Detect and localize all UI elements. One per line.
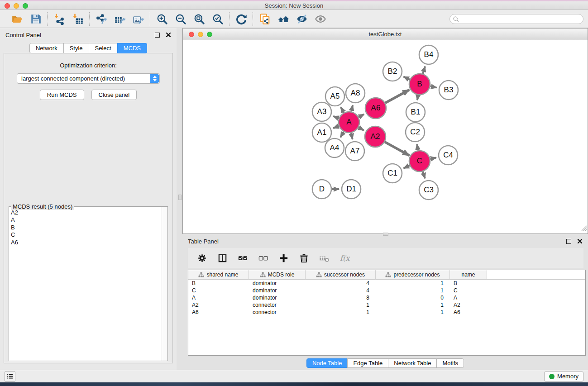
- edge-A-A1[interactable]: [333, 126, 339, 129]
- run-mcds-button[interactable]: Run MCDS: [40, 90, 84, 100]
- edge-A-A5[interactable]: [341, 107, 344, 113]
- edge-A-A2[interactable]: [359, 128, 364, 130]
- column-header-successor-nodes[interactable]: successor nodes: [306, 270, 376, 280]
- edge-B-B4[interactable]: [423, 67, 425, 74]
- tab-node-table[interactable]: Node Table: [306, 358, 348, 368]
- column-header-predecessor-nodes[interactable]: predecessor nodes: [376, 270, 450, 280]
- network-maximize-icon[interactable]: [207, 32, 212, 37]
- network-close-icon[interactable]: [189, 32, 194, 37]
- tab-mcds[interactable]: MCDS: [117, 43, 147, 53]
- tab-edge-table[interactable]: Edge Table: [347, 358, 388, 368]
- node-D[interactable]: D: [312, 180, 331, 199]
- node-C3[interactable]: C3: [419, 181, 438, 200]
- delete-row-icon[interactable]: [298, 253, 309, 263]
- node-A6[interactable]: A6: [365, 98, 386, 119]
- column-header-MCDS-role[interactable]: MCDS role: [249, 270, 306, 280]
- edge-C-C4[interactable]: [430, 158, 436, 159]
- network-minimize-icon[interactable]: [198, 32, 203, 37]
- node-B3[interactable]: B3: [439, 81, 458, 100]
- tab-select[interactable]: Select: [89, 43, 118, 53]
- task-history-button[interactable]: [5, 371, 15, 382]
- maximize-window-icon[interactable]: [23, 3, 28, 9]
- result-item[interactable]: C: [11, 231, 162, 238]
- node-C4[interactable]: C4: [439, 146, 458, 165]
- zoom-in-icon[interactable]: [156, 13, 168, 25]
- add-row-icon[interactable]: [278, 253, 289, 263]
- columns-icon[interactable]: [217, 253, 228, 263]
- open-file-icon[interactable]: [11, 13, 23, 25]
- table-row[interactable]: Cdominator41C: [188, 287, 585, 294]
- select-all-icon[interactable]: [237, 253, 248, 263]
- table-row[interactable]: Bdominator41B: [188, 280, 585, 287]
- node-A3[interactable]: A3: [312, 102, 331, 121]
- float-panel-icon[interactable]: [155, 33, 160, 38]
- settings-icon[interactable]: [196, 253, 207, 263]
- node-A8[interactable]: A8: [346, 84, 365, 103]
- zoom-fit-icon[interactable]: [193, 13, 205, 25]
- node-B1[interactable]: B1: [406, 103, 425, 122]
- table-row[interactable]: A2connector11A2: [188, 301, 585, 309]
- tab-network[interactable]: Network: [29, 43, 64, 53]
- edge-A6-B[interactable]: [385, 90, 409, 103]
- save-icon[interactable]: [29, 13, 42, 25]
- edge-A-A8[interactable]: [351, 105, 353, 111]
- zoom-out-icon[interactable]: [174, 13, 186, 25]
- node-B2[interactable]: B2: [383, 62, 402, 81]
- refresh-icon[interactable]: [235, 13, 247, 25]
- minimize-window-icon[interactable]: [14, 3, 19, 9]
- edge-A-A4[interactable]: [340, 132, 344, 138]
- search-input[interactable]: [459, 15, 583, 23]
- tab-style[interactable]: Style: [63, 43, 89, 53]
- result-item[interactable]: B: [11, 224, 162, 231]
- search-box[interactable]: [449, 14, 583, 24]
- node-A4[interactable]: A4: [325, 138, 344, 157]
- tab-network-table[interactable]: Network Table: [388, 358, 437, 368]
- close-window-icon[interactable]: [5, 3, 10, 9]
- network-canvas[interactable]: B4B2BB3A5A8A6B1A3AA1C2A4A7A2C4CC1C3DD1: [183, 41, 588, 234]
- resize-grip-icon[interactable]: [581, 225, 587, 233]
- import-network-icon[interactable]: [53, 13, 65, 25]
- edge-A-A6[interactable]: [359, 114, 364, 117]
- edge-C-C2[interactable]: [417, 144, 418, 151]
- clone-network-icon[interactable]: [258, 13, 271, 25]
- node-C2[interactable]: C2: [406, 123, 425, 142]
- first-neighbors-icon[interactable]: [277, 13, 289, 25]
- result-item[interactable]: A6: [11, 239, 162, 246]
- node-A7[interactable]: A7: [345, 142, 364, 161]
- node-A1[interactable]: A1: [312, 123, 331, 142]
- table-row[interactable]: A6connector11A6: [188, 309, 585, 316]
- export-network-icon[interactable]: [95, 13, 107, 25]
- deselect-all-icon[interactable]: [258, 253, 268, 263]
- vertical-split-handle[interactable]: [178, 195, 182, 200]
- edge-B-B2[interactable]: [404, 76, 410, 80]
- result-scrollbar[interactable]: [162, 207, 167, 361]
- hide-selected-icon[interactable]: [296, 13, 308, 25]
- node-A2[interactable]: A2: [365, 126, 386, 147]
- node-C1[interactable]: C1: [383, 164, 402, 183]
- column-header-shared-name[interactable]: shared name: [188, 270, 249, 280]
- table-close-icon[interactable]: [577, 238, 583, 244]
- mcds-result-list[interactable]: A2ABCA6: [9, 208, 162, 361]
- node-C[interactable]: C: [409, 151, 430, 172]
- node-A5[interactable]: A5: [325, 87, 344, 106]
- edge-C-C3[interactable]: [423, 172, 425, 178]
- close-panel-icon[interactable]: [166, 32, 171, 38]
- node-B4[interactable]: B4: [419, 45, 438, 64]
- import-table-icon[interactable]: [72, 13, 84, 25]
- criterion-dropdown[interactable]: largest connected component (directed): [17, 73, 160, 84]
- edge-C-C1[interactable]: [404, 166, 410, 168]
- node-D1[interactable]: D1: [342, 180, 361, 199]
- edge-A2-C[interactable]: [385, 142, 409, 156]
- tab-motifs[interactable]: Motifs: [436, 358, 464, 368]
- edge-B-B1[interactable]: [417, 95, 418, 100]
- result-item[interactable]: A: [11, 216, 162, 224]
- table-float-icon[interactable]: [566, 239, 571, 244]
- export-table-icon[interactable]: [114, 13, 126, 25]
- edge-B-B3[interactable]: [430, 86, 437, 88]
- export-image-icon[interactable]: [132, 13, 144, 25]
- table-row[interactable]: Adominator80A: [188, 294, 585, 301]
- memory-button[interactable]: Memory: [544, 372, 583, 381]
- edge-A-A7[interactable]: [351, 133, 353, 139]
- show-all-icon[interactable]: [314, 13, 326, 25]
- column-header-name[interactable]: name: [450, 270, 487, 280]
